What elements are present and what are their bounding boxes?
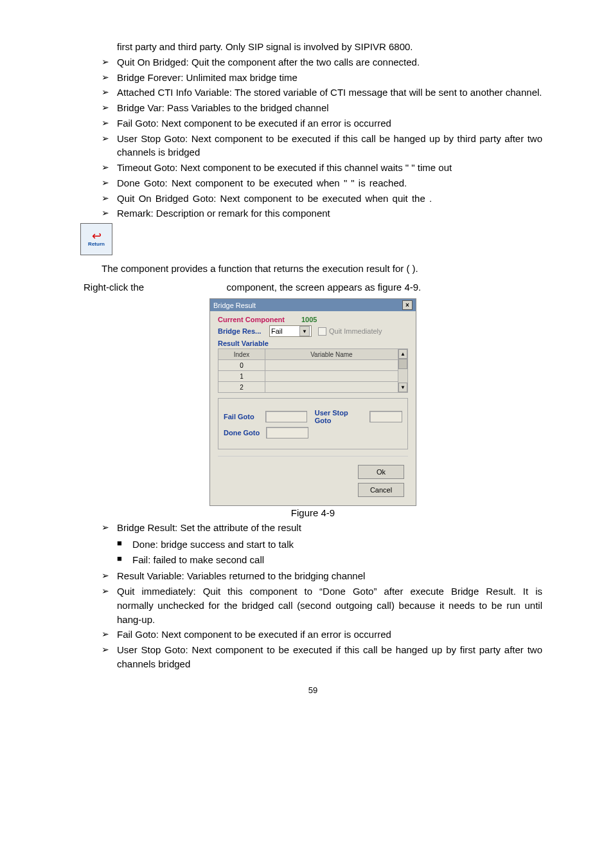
- bullet-arrow: ➢: [102, 86, 117, 100]
- ok-button[interactable]: Ok: [358, 465, 404, 479]
- bullet-arrow: ➢: [102, 569, 117, 583]
- sub-bullet-line: Fail: failed to make second call: [132, 553, 542, 567]
- quit-immediately-checkbox[interactable]: [318, 327, 326, 336]
- bullet-line: first party and third party. Only SIP si…: [117, 40, 542, 54]
- bullet-line: Done Goto: Next component to be executed…: [117, 176, 542, 190]
- bullet-line: Fail Goto: Next component to be executed…: [117, 628, 542, 642]
- col-varname: Variable Name: [265, 349, 398, 360]
- bullet-arrow: ➢: [102, 192, 117, 206]
- bridge-result-label: Bridge Res...: [218, 327, 268, 335]
- bullet-line: Remark: Description or remark for this c…: [117, 206, 542, 221]
- bullet-arrow: ➢: [102, 55, 117, 69]
- bullet-line: Quit immediately: Quit this component to…: [117, 584, 542, 626]
- return-icon-label: Return: [88, 241, 105, 247]
- col-index: Index: [218, 349, 265, 360]
- scrollbar[interactable]: ▲ ▼: [398, 348, 408, 393]
- bridge-result-dialog: Bridge Result × Current Component 1005 B…: [209, 298, 416, 506]
- cancel-button[interactable]: Cancel: [358, 483, 404, 497]
- table-row[interactable]: 0: [218, 360, 265, 371]
- bridge-result-value: Fail: [271, 327, 283, 335]
- paragraph-1: The component provides a function that r…: [84, 262, 542, 276]
- bridge-result-dropdown[interactable]: Fail ▼: [269, 325, 312, 337]
- table-row[interactable]: 1: [218, 371, 265, 382]
- table-row[interactable]: 2: [218, 382, 265, 393]
- bullet-arrow: ➢: [102, 101, 117, 115]
- table-cell[interactable]: [265, 371, 398, 382]
- bullet-arrow: ➢: [102, 176, 117, 190]
- scroll-thumb[interactable]: [398, 359, 407, 369]
- return-glyph: ↩: [92, 231, 102, 240]
- done-goto-field[interactable]: [266, 427, 308, 439]
- bullet-arrow: ➢: [102, 116, 117, 131]
- bullet-line: Bridge Forever: Unlimited max bridge tim…: [117, 71, 542, 85]
- scroll-down-icon[interactable]: ▼: [398, 383, 407, 392]
- paragraph-2: Right-click the component, the screen ap…: [84, 280, 542, 295]
- result-variable-table: Index Variable Name 0 1 2: [218, 348, 398, 393]
- figure-caption: Figure 4-9: [84, 507, 542, 518]
- para2-left: Right-click the: [84, 282, 147, 293]
- current-component-value: 1005: [301, 316, 317, 323]
- table-cell[interactable]: [265, 360, 398, 371]
- bullet-line: Bridge Var: Pass Variables to the bridge…: [117, 101, 542, 115]
- scroll-up-icon[interactable]: ▲: [398, 349, 407, 359]
- sub-bullet-line: Done: bridge success and start to talk: [132, 538, 542, 552]
- bullet-line: Fail Goto: Next component to be executed…: [117, 116, 542, 131]
- chevron-down-icon[interactable]: ▼: [299, 326, 310, 336]
- bullet-line: User Stop Goto: Next component to be exe…: [117, 132, 542, 160]
- goto-panel: Fail Goto User Stop Goto Done Goto: [218, 398, 408, 449]
- bullet-line: User Stop Goto: Next component to be exe…: [117, 643, 542, 671]
- dialog-titlebar: Bridge Result ×: [210, 299, 416, 311]
- bullet-line: Quit On Bridged Goto: Next component to …: [117, 192, 542, 206]
- fail-goto-field[interactable]: [265, 411, 307, 422]
- result-variable-label: Result Variable: [218, 339, 408, 347]
- bullet-arrow: ➢: [102, 584, 117, 626]
- bullet-arrow: ➢: [102, 71, 117, 85]
- dialog-title-text: Bridge Result: [213, 302, 256, 309]
- quit-immediately-label: Quit Immediately: [329, 327, 382, 335]
- bullet-arrow: ➢: [102, 161, 117, 175]
- close-icon[interactable]: ×: [402, 300, 413, 310]
- bullet-arrow: ➢: [102, 628, 117, 642]
- user-stop-goto-field[interactable]: [369, 411, 402, 422]
- done-goto-label: Done Goto: [224, 429, 262, 437]
- return-icon: ↩ Return: [80, 223, 112, 255]
- bullet-arrow: ➢: [102, 206, 117, 221]
- page-number: 59: [84, 685, 542, 695]
- bullet-arrow: ➢: [102, 521, 117, 535]
- bullet-square: ■: [117, 553, 132, 567]
- bullet-arrow: ➢: [102, 643, 117, 671]
- table-cell[interactable]: [265, 382, 398, 393]
- bullet-line: Quit On Bridged: Quit the component afte…: [117, 55, 542, 69]
- fail-goto-label: Fail Goto: [224, 413, 262, 420]
- bullet-square: ■: [117, 538, 132, 552]
- para2-right: component, the screen appears as figure …: [227, 282, 422, 293]
- bullet-line: Bridge Result: Set the attribute of the …: [117, 521, 542, 535]
- bullet-line: Attached CTI Info Variable: The stored v…: [117, 86, 542, 100]
- current-component-label: Current Component: [218, 316, 301, 323]
- bullet-arrow: ➢: [102, 132, 117, 160]
- bullet-line: Result Variable: Variables returned to t…: [117, 569, 542, 583]
- bullet-line: Timeout Goto: Next component to be execu…: [117, 161, 542, 175]
- user-stop-goto-label: User Stop Goto: [315, 409, 366, 424]
